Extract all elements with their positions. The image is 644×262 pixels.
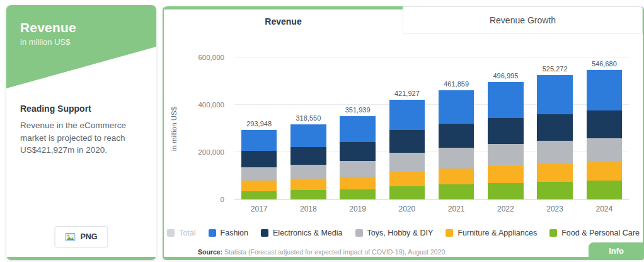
bar-segment — [587, 138, 622, 162]
legend-item[interactable]: Fashion — [209, 229, 248, 237]
legend-item[interactable]: Furniture & Appliances — [446, 229, 537, 237]
png-download-button[interactable]: PNG — [54, 226, 108, 247]
bar-column[interactable]: 461,859 — [432, 57, 481, 199]
bar-segment — [340, 177, 375, 189]
bar-segment — [241, 151, 277, 167]
legend-label: Food & Personal Care — [561, 229, 640, 237]
legend-item[interactable]: Electronics & Media — [261, 229, 342, 237]
bar-stack — [488, 82, 523, 199]
bar-segment — [340, 116, 375, 141]
bar-segment — [439, 184, 474, 199]
plot-area: 0200,000400,000600,000 in million US$ 29… — [234, 57, 629, 199]
bar-segment — [537, 114, 572, 141]
bar-segment — [488, 82, 523, 119]
bar-total-label: 461,859 — [444, 80, 469, 88]
bar-segment — [241, 130, 277, 151]
reading-support-title: Reading Support — [20, 104, 142, 114]
bar-segment — [290, 147, 326, 165]
bar-segment — [290, 124, 326, 147]
bar-total-label: 496,995 — [493, 72, 518, 80]
bar-segment — [488, 118, 523, 144]
bar-segment — [290, 179, 326, 190]
bar-segment — [537, 75, 572, 114]
bar-segment — [340, 142, 375, 162]
bar-stack — [340, 116, 375, 199]
bar-total-label: 293,948 — [246, 120, 272, 128]
legend: TotalFashionElectronics & MediaToys, Hob… — [164, 229, 643, 237]
bar-stack — [537, 75, 572, 199]
bar-segment — [389, 100, 425, 130]
info-button[interactable]: Info — [589, 242, 644, 260]
bar-column[interactable]: 546,680 — [580, 57, 629, 199]
legend-label: Fashion — [221, 229, 248, 237]
bar-segment — [241, 181, 277, 191]
bar-segment — [537, 164, 572, 181]
bar-segment — [488, 166, 523, 183]
legend-swatch — [549, 229, 557, 237]
bar-segment — [389, 186, 425, 199]
bar-total-label: 546,680 — [592, 60, 617, 68]
bar-segment — [587, 110, 622, 138]
bar-column[interactable]: 496,995 — [481, 57, 530, 199]
png-button-label: PNG — [80, 232, 97, 241]
bar-stack — [290, 124, 326, 199]
bar-segment — [389, 130, 425, 153]
bar-column[interactable]: 351,939 — [333, 57, 382, 199]
bar-column[interactable]: 318,550 — [284, 57, 333, 199]
bar-column[interactable]: 525,272 — [531, 57, 580, 199]
bar-segment — [439, 124, 474, 148]
x-tick-label: 2019 — [333, 205, 382, 213]
bar-segment — [290, 190, 326, 199]
bar-segment — [587, 162, 622, 181]
legend-label: Total — [179, 229, 195, 237]
bar-segment — [587, 181, 622, 199]
columns: 293,948318,550351,939421,927461,859496,9… — [234, 57, 629, 199]
bar-stack — [587, 70, 622, 199]
bar-segment — [389, 171, 425, 186]
legend-item[interactable]: Toys, Hobby & DIY — [355, 229, 434, 237]
x-tick-label: 2020 — [382, 205, 432, 213]
source-text: Statista (Forecast adjusted for expected… — [224, 248, 445, 256]
source-line: Source:Statista (Forecast adjusted for e… — [198, 248, 643, 256]
x-tick-label: 2018 — [284, 205, 333, 213]
source-label: Source: — [198, 248, 222, 256]
tab-bar: Revenue Revenue Growth — [164, 6, 643, 33]
bar-segment — [241, 191, 277, 199]
tab-revenue[interactable]: Revenue — [164, 6, 403, 33]
bar-column[interactable]: 293,948 — [234, 57, 284, 199]
legend-swatch — [167, 229, 175, 237]
y-axis-title: in million US$ — [170, 106, 178, 150]
legend-label: Furniture & Appliances — [457, 229, 537, 237]
bar-total-label: 318,550 — [296, 114, 321, 122]
bar-stack — [241, 130, 277, 199]
image-icon — [65, 233, 75, 241]
bar-segment — [389, 153, 425, 172]
tab-revenue-growth[interactable]: Revenue Growth — [403, 6, 643, 33]
reading-support-text: Revenue in the eCommerce market is proje… — [20, 119, 142, 157]
bar-stack — [389, 100, 425, 199]
x-tick-label: 2021 — [432, 205, 481, 213]
bar-column[interactable]: 421,927 — [382, 57, 432, 199]
bar-segment — [439, 169, 474, 185]
bar-segment — [241, 167, 277, 181]
x-tick-label: 2023 — [531, 205, 580, 213]
bar-segment — [488, 183, 523, 199]
legend-item[interactable]: Total — [167, 229, 195, 237]
panel-subtitle: in million US$ — [20, 37, 142, 47]
legend-item[interactable]: Food & Personal Care — [549, 229, 640, 237]
reading-support: Reading Support Revenue in the eCommerce… — [6, 88, 156, 157]
bar-segment — [340, 161, 375, 177]
y-tick-label: 200,000 — [198, 148, 224, 156]
legend-swatch — [261, 229, 268, 237]
panel-title: Revenue — [20, 20, 142, 35]
revenue-header: Revenue in million US$ — [6, 5, 156, 88]
yaxis: 0200,000400,000600,000 — [185, 57, 224, 199]
bar-segment — [290, 165, 326, 179]
legend-label: Toys, Hobby & DIY — [367, 229, 434, 237]
legend-swatch — [209, 229, 216, 237]
bar-stack — [439, 90, 474, 199]
legend-swatch — [355, 229, 363, 237]
bar-segment — [340, 189, 375, 200]
legend-label: Electronics & Media — [273, 229, 342, 237]
left-card: Revenue in million US$ Reading Support R… — [6, 5, 156, 260]
